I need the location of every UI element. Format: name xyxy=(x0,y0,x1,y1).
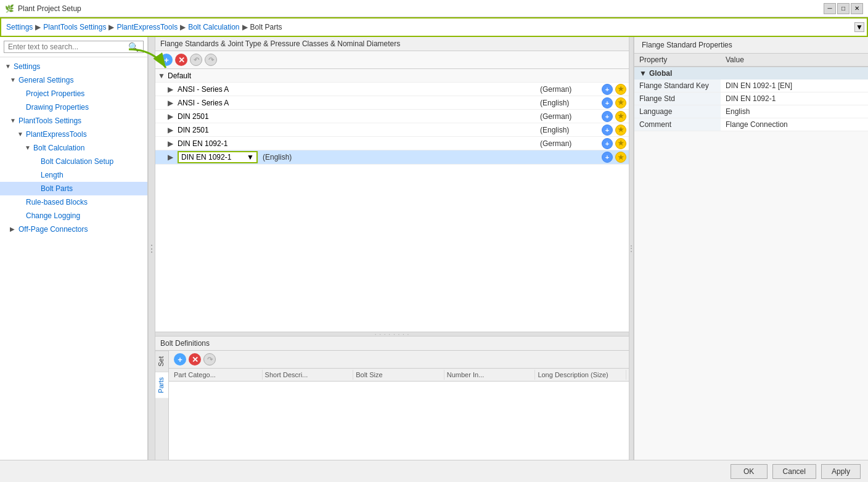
toggle-offpage: ▶ xyxy=(10,224,16,235)
add-bolt-button[interactable]: + xyxy=(174,353,186,366)
prop-val-flange-std: DIN EN 1092-1 xyxy=(721,92,868,105)
redo-bolt-button[interactable]: ↷ xyxy=(203,353,216,366)
expand-din2501-de[interactable]: ▶ xyxy=(168,112,178,121)
sidebar-item-boltparts[interactable]: Bolt Parts xyxy=(0,182,147,195)
bolt-toolbar: + ✕ ↷ xyxy=(169,351,629,369)
cancel-button[interactable]: Cancel xyxy=(772,464,816,479)
close-button[interactable]: ✕ xyxy=(851,3,863,14)
bolt-tab-parts[interactable]: Parts xyxy=(155,372,168,398)
sidebar-item-length[interactable]: Length xyxy=(0,168,147,182)
flange-panel-header: Flange Standards & Joint Type & Pressure… xyxy=(155,37,629,51)
sidebar-item-changelogging[interactable]: Change Logging xyxy=(0,209,147,223)
center-content: Flange Standards & Joint Type & Pressure… xyxy=(155,37,629,460)
prop-col-property: Property xyxy=(634,54,721,67)
fav-row-btn[interactable]: ★ xyxy=(615,111,626,122)
table-row[interactable]: ▶ ANSI - Series A (English) + ★ xyxy=(155,96,629,110)
breadcrumb-dropdown-button[interactable]: ▼ xyxy=(854,22,864,32)
table-row[interactable]: ▶ DIN 2501 (German) + ★ xyxy=(155,110,629,123)
redo-flange-button[interactable]: ↷ xyxy=(205,54,217,66)
bolt-table: Part Catego... Short Descri... Bolt Size… xyxy=(169,369,629,460)
add-row-btn[interactable]: + xyxy=(602,97,613,108)
bolt-tab-set[interactable]: Set xyxy=(155,351,168,372)
horizontal-splitter[interactable]: · · · · · · · · xyxy=(155,332,629,337)
sidebar-label-drawing-props: Drawing Properties xyxy=(26,102,89,113)
toggle-plantexpress: ▼ xyxy=(17,129,23,140)
prop-row-language: Language English xyxy=(634,105,868,118)
table-row[interactable]: ▼ Default xyxy=(155,69,629,83)
expand-default[interactable]: ▼ xyxy=(158,71,168,80)
apply-button[interactable]: Apply xyxy=(821,464,861,479)
breadcrumb-planttools[interactable]: PlantTools Settings xyxy=(43,23,106,31)
prop-key-language: Language xyxy=(634,105,721,118)
row-lang-ansi-a-de: (German) xyxy=(540,85,602,94)
undo-flange-button[interactable]: ↶ xyxy=(190,54,202,66)
add-flange-button[interactable]: + xyxy=(160,54,173,66)
breadcrumb-boltcalc[interactable]: Bolt Calculation xyxy=(188,23,239,31)
right-splitter[interactable]: ⋮ xyxy=(629,37,634,460)
bolt-definitions-panel: Bolt Definitions Set Parts + ✕ ↷ xyxy=(155,337,629,460)
expand-din1092-en[interactable]: ▶ xyxy=(168,153,178,161)
sidebar-item-drawing-props[interactable]: Drawing Properties xyxy=(0,100,147,114)
toggle-boltcalc: ▼ xyxy=(25,142,31,153)
expand-ansi-a-de[interactable]: ▶ xyxy=(168,85,178,94)
fav-row-btn[interactable]: ★ xyxy=(615,152,626,163)
title-bar-controls: ─ □ ✕ xyxy=(824,3,863,14)
add-row-btn[interactable]: + xyxy=(602,138,613,149)
row-label-din2501-de: DIN 2501 xyxy=(178,112,540,121)
sidebar-item-planttools[interactable]: ▼ PlantTools Settings xyxy=(0,114,147,128)
collapse-icon[interactable]: ▼ xyxy=(639,69,647,78)
table-row[interactable]: ▶ ANSI - Series A (German) + ★ xyxy=(155,83,629,96)
row-label-din2501-en: DIN 2501 xyxy=(178,126,540,134)
remove-flange-button[interactable]: ✕ xyxy=(175,54,187,66)
expand-ansi-a-en[interactable]: ▶ xyxy=(168,99,178,107)
table-row-selected[interactable]: ▶ DIN EN 1092-1 ▼ (English) + ★ xyxy=(155,150,629,165)
search-input[interactable] xyxy=(4,41,144,53)
bolt-panel-header: Bolt Definitions xyxy=(155,337,629,351)
sidebar-item-settings[interactable]: ▼ Settings xyxy=(0,60,147,73)
prop-val-flange-key: DIN EN 1092-1 [EN] xyxy=(721,80,868,92)
add-row-btn[interactable]: + xyxy=(602,125,613,136)
sidebar-label-planttools: PlantTools Settings xyxy=(18,115,81,126)
ok-button[interactable]: OK xyxy=(731,464,768,479)
add-row-btn[interactable]: + xyxy=(602,84,613,95)
breadcrumb-settings[interactable]: Settings xyxy=(6,23,33,31)
breadcrumb-bar: Settings ▶ PlantTools Settings ▶ PlantEx… xyxy=(0,17,868,37)
sidebar-item-offpage[interactable]: ▶ Off-Page Connectors xyxy=(0,223,147,236)
fav-row-btn[interactable]: ★ xyxy=(615,138,626,149)
add-row-btn[interactable]: + xyxy=(602,111,613,122)
restore-button[interactable]: □ xyxy=(837,3,850,14)
fav-row-btn[interactable]: ★ xyxy=(615,97,626,108)
table-row[interactable]: ▶ DIN EN 1092-1 (German) + ★ xyxy=(155,137,629,150)
toggle-boltcalcsetup xyxy=(32,156,38,167)
sidebar-label-plantexpress: PlantExpressTools xyxy=(26,129,87,140)
sidebar-item-rulebased[interactable]: Rule-based Blocks xyxy=(0,195,147,209)
expand-din2501-en[interactable]: ▶ xyxy=(168,126,178,134)
prop-row-comment: Comment Flange Connection xyxy=(634,118,868,131)
dropdown-value: DIN EN 1092-1 xyxy=(181,153,231,161)
bolt-col-size: Bolt Size xyxy=(353,370,444,380)
right-panel: Flange Standard Properties Property Valu… xyxy=(634,37,868,460)
breadcrumb-plantexpress[interactable]: PlantExpressTools xyxy=(117,23,178,31)
fav-row-btn[interactable]: ★ xyxy=(615,125,626,136)
flange-standard-dropdown[interactable]: DIN EN 1092-1 ▼ xyxy=(178,151,258,163)
vertical-splitter[interactable]: ⋮ xyxy=(148,37,155,460)
toggle-drawing-props xyxy=(17,102,23,113)
remove-bolt-button[interactable]: ✕ xyxy=(189,353,201,366)
app-icon: 🌿 xyxy=(5,4,14,13)
sidebar-item-general[interactable]: ▼ General Settings xyxy=(0,73,147,87)
sidebar-label-boltcalc: Bolt Calculation xyxy=(33,142,84,153)
sidebar-item-boltcalcsetup[interactable]: Bolt Calculation Setup xyxy=(0,155,147,168)
sidebar-item-boltcalc[interactable]: ▼ Bolt Calculation xyxy=(0,141,147,155)
add-row-btn[interactable]: + xyxy=(602,152,613,163)
main-layout: 🔍 ▼ Settings ▼ General Settings Project xyxy=(0,37,868,460)
fav-row-btn[interactable]: ★ xyxy=(615,84,626,95)
row-actions-ansi-a-de: + ★ xyxy=(602,84,626,95)
sidebar-item-plantexpress[interactable]: ▼ PlantExpressTools xyxy=(0,128,147,141)
sidebar-item-project-props[interactable]: Project Properties xyxy=(0,87,147,100)
prop-row-flange-key: Flange Standard Key DIN EN 1092-1 [EN] xyxy=(634,80,868,92)
minimize-button[interactable]: ─ xyxy=(824,3,836,14)
prop-key-flange-key: Flange Standard Key xyxy=(634,80,721,92)
table-row[interactable]: ▶ DIN 2501 (English) + ★ xyxy=(155,123,629,137)
prop-key-comment: Comment xyxy=(634,118,721,131)
expand-din1092-de[interactable]: ▶ xyxy=(168,139,178,148)
